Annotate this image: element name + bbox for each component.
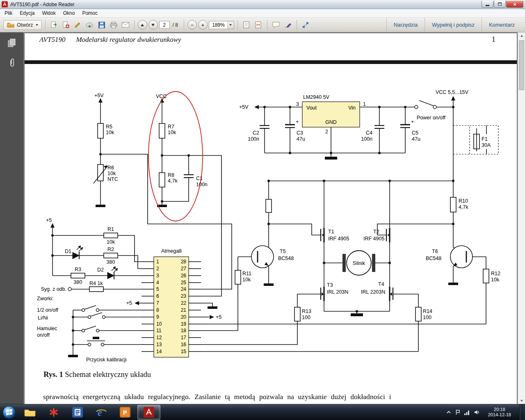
taskbar-app2-button[interactable]	[42, 405, 65, 420]
separator	[237, 20, 238, 30]
svg-text:on/off: on/off	[37, 332, 50, 338]
svg-text:380: 380	[107, 259, 115, 265]
reading-mode-button[interactable]	[300, 20, 311, 30]
scrollbar-track[interactable]	[518, 91, 525, 397]
fill-sign-pane-button[interactable]: Wypełnij i podpisz	[425, 18, 482, 32]
network-button[interactable]	[464, 410, 470, 415]
svg-text:10k: 10k	[242, 277, 251, 283]
svg-text:C2: C2	[253, 130, 259, 136]
minimize-button[interactable]	[482, 1, 493, 8]
email-button[interactable]	[120, 20, 131, 30]
start-button[interactable]	[0, 404, 18, 420]
menu-okno[interactable]: Okno	[59, 9, 79, 17]
taskbar-ie-button[interactable]: e	[90, 405, 113, 420]
windows-taskbar: e P 20:18 2014-12-18	[0, 404, 525, 420]
fit-page-button[interactable]	[241, 20, 252, 30]
svg-text:T6: T6	[432, 249, 438, 254]
previous-page-button[interactable]	[138, 20, 147, 30]
svg-text:10k: 10k	[107, 239, 115, 245]
menu-bar: Plik Edycja Widok Okno Pomoc	[0, 9, 525, 18]
menu-pomoc[interactable]: Pomoc	[78, 9, 101, 17]
zoom-caret-button[interactable]	[227, 21, 234, 29]
svg-text:19: 19	[181, 321, 187, 327]
maximize-button[interactable]	[494, 1, 506, 8]
svg-text:T5: T5	[280, 249, 286, 254]
resistor-r2	[104, 253, 118, 258]
export-pdf-button[interactable]	[49, 20, 59, 30]
svg-text:C1: C1	[196, 176, 203, 181]
zoom-select[interactable]: 189%	[209, 21, 234, 29]
svg-text:+: +	[411, 119, 414, 125]
svg-text:23: 23	[181, 293, 187, 299]
svg-text:24: 24	[181, 286, 187, 292]
fit-page-icon	[243, 21, 249, 28]
svg-text:T2: T2	[373, 229, 379, 235]
svg-text:3: 3	[156, 273, 159, 278]
save-icon	[98, 22, 105, 28]
send-file-button[interactable]	[84, 20, 95, 30]
scrollbar-thumb[interactable]	[519, 40, 524, 90]
menu-plik[interactable]: Plik	[1, 9, 16, 17]
svg-text:+5V: +5V	[94, 93, 104, 98]
menu-widok[interactable]: Widok	[38, 9, 59, 17]
comment-pane-button[interactable]: Komentarz	[482, 18, 522, 32]
svg-text:47u: 47u	[412, 136, 420, 142]
scroll-up-button[interactable]	[518, 32, 525, 39]
figure-caption: Rys. 1 Schemat elektryczny układu	[43, 370, 151, 379]
signal-terminal	[68, 288, 71, 291]
svg-text:e: e	[98, 407, 102, 418]
show-desktop-button[interactable]	[519, 404, 525, 420]
volume-button[interactable]	[474, 410, 480, 415]
taskbar-app5-button[interactable]: P	[114, 405, 137, 420]
taskbar-clock[interactable]: 20:18 2014-12-18	[484, 407, 515, 418]
svg-text:+5: +5	[126, 300, 132, 306]
show-hidden-icons-button[interactable]	[446, 410, 451, 414]
vertical-scrollbar[interactable]	[518, 32, 525, 404]
svg-text:R12: R12	[491, 271, 500, 276]
transistor-t5	[251, 246, 274, 268]
document-header: AVT5190Modelarski regulator dwukierunkow…	[39, 36, 181, 44]
sign-tool-button[interactable]	[283, 20, 293, 30]
chevron-down-icon	[229, 24, 232, 26]
svg-text:100: 100	[302, 315, 310, 320]
attachments-button[interactable]	[5, 56, 18, 69]
page-thumbnails-button[interactable]	[5, 37, 18, 50]
arrow-down-icon	[520, 400, 523, 402]
circuit-schematic: +5V R510k R610kNTC VCC R710k R84,7k C110…	[25, 82, 517, 370]
print-button[interactable]	[108, 20, 119, 30]
zoom-in-button[interactable]: +	[198, 20, 208, 30]
svg-text:VCC 5,5...15V: VCC 5,5...15V	[436, 89, 469, 95]
separator	[267, 20, 267, 30]
zoom-out-button[interactable]: −	[187, 20, 197, 30]
taskbar-explorer-button[interactable]	[18, 405, 41, 420]
taskbar-app3-button[interactable]	[66, 405, 89, 420]
svg-text:16: 16	[181, 342, 187, 347]
save-button[interactable]	[96, 20, 107, 30]
red-starburst-icon	[48, 407, 59, 418]
scroll-down-button[interactable]	[518, 397, 525, 404]
action-center-button[interactable]	[455, 409, 460, 415]
title-bar[interactable]: AVT5190.pdf - Adobe Reader ×	[0, 0, 525, 9]
create-pdf-button[interactable]	[61, 20, 71, 30]
open-button[interactable]: Otwórz	[3, 20, 42, 30]
next-page-button[interactable]	[148, 20, 158, 30]
fit-width-button[interactable]	[253, 20, 264, 30]
comment-tool-button[interactable]	[271, 20, 281, 30]
document-area[interactable]: AVT5190Modelarski regulator dwukierunkow…	[23, 32, 518, 404]
tools-pane-button[interactable]: Narzędzia	[386, 18, 425, 32]
svg-text:+5: +5	[46, 217, 52, 223]
page-number-input[interactable]	[159, 21, 170, 29]
page-number: 1	[492, 35, 496, 44]
stamp-button[interactable]	[73, 20, 83, 30]
network-icon	[464, 410, 470, 415]
svg-text:4: 4	[156, 280, 159, 285]
svg-text:15: 15	[181, 349, 187, 354]
close-button[interactable]: ×	[506, 1, 523, 8]
svg-text:T3: T3	[327, 282, 333, 288]
taskbar-adobe-reader-button[interactable]	[137, 405, 160, 420]
svg-text:21: 21	[181, 307, 187, 313]
app-icon[interactable]	[2, 1, 8, 7]
svg-text:10k: 10k	[168, 130, 176, 135]
menu-edycja[interactable]: Edycja	[16, 9, 38, 17]
chevron-up-icon	[446, 410, 451, 414]
